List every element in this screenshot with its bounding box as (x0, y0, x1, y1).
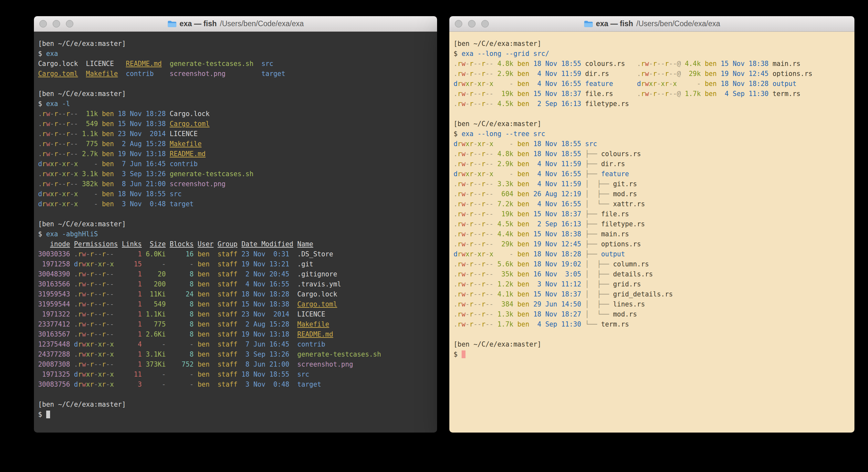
minimize-button[interactable] (53, 20, 60, 28)
terminal-line: drwxr-xr-x - ben 18 Nov 18:28 ├── output (454, 249, 850, 259)
terminal-window-dark: exa — fish /Users/ben/Code/exa/exa [ben … (34, 16, 437, 433)
terminal-window-light: exa — fish /Users/ben/Code/exa/exa [ben … (450, 16, 855, 433)
terminal-line: .rw-r--r-- 4.5k ben 2 Sep 16:13 ├── file… (454, 219, 850, 229)
window-title: exa — fish /Users/ben/Code/exa/exa (450, 20, 855, 28)
terminal-line: inode Permissions Links Size Blocks User… (38, 239, 433, 249)
terminal-line: .rw-r--r-- 4.5k ben 2 Sep 16:13 filetype… (454, 99, 850, 109)
titlebar[interactable]: exa — fish /Users/ben/Code/exa/exa (34, 16, 437, 32)
terminal-line: .rw-r--r-- 19k ben 15 Nov 18:37 ├── file… (454, 209, 850, 219)
terminal-line: .rw-r--r-- 1.2k ben 3 Nov 11:12 │ ├── gr… (454, 279, 850, 289)
terminal-line: .rw-r--r-- 382k ben 8 Jun 21:00 screensh… (38, 179, 433, 189)
terminal-line: Cargo.lock LICENCE README.md generate-te… (38, 59, 433, 69)
terminal-line: 1971258 drwxr-xr-x 15 - - ben staff 19 N… (38, 259, 433, 269)
terminal-line: drwxr-xr-x - ben 18 Nov 18:55 src (454, 139, 850, 149)
terminal-line: .rw-r--r-- 549 ben 15 Nov 18:38 Cargo.to… (38, 119, 433, 129)
terminal-line: Cargo.toml Makefile contrib screenshot.p… (38, 69, 433, 79)
folder-icon (584, 20, 593, 28)
terminal-line: [ben ~/C/e/exa:master] (38, 219, 433, 229)
terminal-line: 31959543 .rw-r--r-- 1 11Ki 24 ben staff … (38, 289, 433, 299)
terminal-line: $ exa --long --grid src/ (454, 49, 850, 59)
terminal-line: $ exa -l (38, 99, 433, 109)
terminal-line: .rw-r--r-- 1.3k ben 18 Nov 18:27 │ └── m… (454, 309, 850, 319)
title-path-text: /Users/ben/Code/exa/exa (637, 20, 720, 28)
terminal-line: 30163566 .rw-r--r-- 1 200 8 ben staff 4 … (38, 279, 433, 289)
terminal-line (38, 79, 433, 89)
terminal-line (38, 389, 433, 400)
terminal-line: .rw-r--r-- 7.2k ben 4 Nov 16:55 │ └── xa… (454, 199, 850, 209)
close-button[interactable] (455, 20, 462, 28)
terminal-screen[interactable]: [ben ~/C/e/exa:master]$ exaCargo.lock LI… (34, 32, 437, 433)
terminal-line: .rw-r--r-- 5.6k ben 18 Nov 19:02 │ ├── c… (454, 259, 850, 269)
terminal-line: [ben ~/C/e/exa:master] (454, 340, 850, 350)
terminal-line: .rw-r--r-- 2.9k ben 4 Nov 11:59 dir.rs .… (454, 69, 850, 79)
terminal-line: $ (454, 350, 850, 359)
titlebar[interactable]: exa — fish /Users/ben/Code/exa/exa (450, 16, 855, 32)
title-app-text: exa — fish (180, 20, 217, 28)
terminal-line: .rw-r--r-- 35k ben 16 Nov 3:05 │ ├── det… (454, 269, 850, 279)
terminal-line: drwxr-xr-x - ben 18 Nov 18:55 src (38, 189, 433, 199)
terminal-line: 23377412 .rw-r--r-- 1 775 8 ben staff 2 … (38, 319, 433, 329)
terminal-line: 31959544 .rw-r--r-- 1 549 8 ben staff 15… (38, 299, 433, 309)
terminal-line: .rw-r--r-- 11k ben 18 Nov 18:28 Cargo.lo… (38, 109, 433, 119)
terminal-line: .rw-r--r-- 29k ben 19 Nov 12:45 ├── opti… (454, 239, 850, 249)
window-title: exa — fish /Users/ben/Code/exa/exa (34, 20, 437, 28)
minimize-button[interactable] (468, 20, 475, 28)
zoom-button[interactable] (66, 20, 73, 28)
terminal-line: 20087308 .rw-r--r-- 1 373Ki 752 ben staf… (38, 359, 433, 370)
terminal-line: .rw-r--r-- 4.4k ben 15 Nov 18:38 ├── mai… (454, 229, 850, 239)
terminal-line: .rw-r--r-- 384 ben 29 Jun 14:50 │ ├── li… (454, 299, 850, 309)
cursor-block (46, 411, 50, 418)
terminal-line: .rw-r--r-- 4.8k ben 18 Nov 18:55 colours… (454, 59, 850, 69)
traffic-lights (455, 16, 489, 31)
terminal-line: $ (38, 410, 433, 420)
terminal-line: 30030336 .rw-r--r-- 1 6.0Ki 16 ben staff… (38, 249, 433, 259)
terminal-line: $ exa -abghHliS (38, 229, 433, 239)
terminal-line (454, 109, 850, 119)
terminal-line: .rw-r--r-- 2.7k ben 19 Nov 13:18 README.… (38, 149, 433, 159)
terminal-line: .rw-r--r-- 604 ben 26 Aug 12:19 │ ├── mo… (454, 189, 850, 199)
terminal-line: [ben ~/C/e/exa:master] (38, 89, 433, 99)
terminal-line: 24377288 .rwxr-xr-x 1 3.1Ki 8 ben staff … (38, 350, 433, 359)
terminal-line: drwxr-xr-x - ben 4 Nov 16:55 feature drw… (454, 79, 850, 89)
terminal-line: .rw-r--r-- 19k ben 15 Nov 18:37 file.rs … (454, 89, 850, 99)
terminal-line: .rw-r--r-- 3.3k ben 4 Nov 11:59 │ ├── gi… (454, 179, 850, 189)
terminal-line: .rw-r--r-- 4.8k ben 18 Nov 18:55 ├── col… (454, 149, 850, 159)
title-app-text: exa — fish (596, 20, 633, 28)
zoom-button[interactable] (481, 20, 489, 28)
terminal-screen[interactable]: [ben ~/C/e/exa:master]$ exa --long --gri… (450, 32, 855, 433)
folder-icon (167, 20, 176, 28)
title-path-text: /Users/ben/Code/exa/exa (220, 20, 304, 28)
terminal-line: .rw-r--r-- 1.7k ben 4 Sep 11:30 └── term… (454, 319, 850, 329)
traffic-lights (39, 16, 73, 31)
terminal-line: [ben ~/C/e/exa:master] (38, 39, 433, 49)
terminal-line: $ exa (38, 49, 433, 59)
terminal-line: 30083756 drwxr-xr-x 3 - - ben staff 3 No… (38, 380, 433, 389)
terminal-line: drwxr-xr-x - ben 4 Nov 16:55 ├── feature (454, 169, 850, 179)
terminal-line: .rwxr-xr-x 3.1k ben 3 Sep 13:26 generate… (38, 169, 433, 179)
terminal-line: .rw-r--r-- 775 ben 2 Aug 15:28 Makefile (38, 139, 433, 149)
terminal-line (38, 209, 433, 219)
terminal-line: .rw-r--r-- 4.1k ben 15 Nov 18:37 │ ├── g… (454, 289, 850, 299)
terminal-line (454, 329, 850, 340)
terminal-line: [ben ~/C/e/exa:master] (38, 400, 433, 410)
terminal-line: 1971325 drwxr-xr-x 11 - - ben staff 18 N… (38, 370, 433, 380)
terminal-line: 30048390 .rw-r--r-- 1 20 8 ben staff 2 N… (38, 269, 433, 279)
terminal-line: 30163567 .rw-r--r-- 1 2.6Ki 8 ben staff … (38, 329, 433, 340)
close-button[interactable] (39, 20, 47, 28)
terminal-line: drwxr-xr-x - ben 7 Jun 16:45 contrib (38, 159, 433, 169)
terminal-line: 12375448 drwxr-xr-x 4 - - ben staff 7 Ju… (38, 340, 433, 350)
terminal-line: [ben ~/C/e/exa:master] (454, 39, 850, 49)
terminal-line: drwxr-xr-x - ben 3 Nov 0:48 target (38, 199, 433, 209)
terminal-line: .rw-r--r-- 2.9k ben 4 Nov 11:59 ├── dir.… (454, 159, 850, 169)
terminal-line: $ exa --long --tree src (454, 129, 850, 139)
cursor-block (462, 350, 465, 358)
terminal-line: .rw-r--r-- 1.1k ben 23 Nov 2014 LICENCE (38, 129, 433, 139)
terminal-line: 1971322 .rw-r--r-- 1 1.1Ki 8 ben staff 2… (38, 309, 433, 319)
terminal-line: [ben ~/C/e/exa:master] (454, 119, 850, 129)
